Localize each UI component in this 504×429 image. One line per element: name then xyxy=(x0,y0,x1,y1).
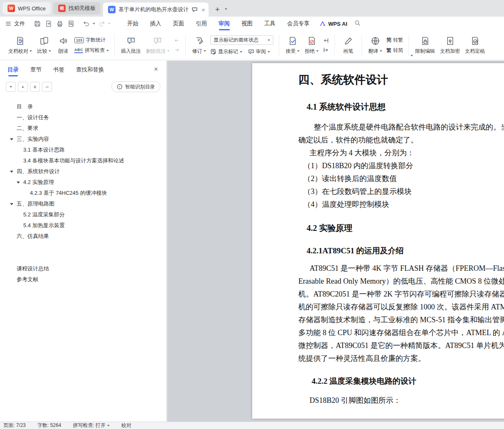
sidebar-tab-contents[interactable]: 目录 xyxy=(7,61,19,79)
menu-tab-review[interactable]: 审阅 xyxy=(213,17,236,31)
toc-item[interactable]: 课程设计总结 xyxy=(0,263,166,274)
previous-change-button[interactable] xyxy=(323,37,329,44)
wps-ai-button[interactable]: WPS AI xyxy=(320,20,347,27)
print-icon xyxy=(56,20,64,27)
toc-item[interactable]: 3.4 各模块基本功能与设计方案选择和论述 xyxy=(0,155,166,166)
ribbon-separator xyxy=(279,34,279,56)
restrict-edit-icon xyxy=(420,36,430,46)
tab-document[interactable]: W 基于单片机的电热开水壶设计 × xyxy=(103,2,209,17)
zoom-out-toc-button[interactable]: − xyxy=(42,82,52,92)
expand-all-button[interactable] xyxy=(18,82,28,92)
print-preview-button[interactable] xyxy=(65,18,76,29)
show-markup-button[interactable]: 显示标记 xyxy=(210,48,242,55)
delete-comment-button[interactable]: 删除批注 xyxy=(143,33,172,58)
spell-check-button[interactable]: ABC 拼写检查 xyxy=(74,47,109,54)
toc-item[interactable]: 5.4 加热显示装置 xyxy=(0,220,166,231)
read-aloud-button[interactable]: 朗读 xyxy=(54,33,73,58)
menu-tab-membership[interactable]: 会员专享 xyxy=(281,17,315,31)
zoom-in-toc-button[interactable]: + xyxy=(30,82,40,92)
proofread-status[interactable]: 校对 xyxy=(121,422,131,429)
toc-item[interactable]: 四、系统软件设计 xyxy=(0,166,166,177)
page-indicator: 页面: 7/23 xyxy=(3,422,26,429)
toc-item[interactable]: 五、原理电路图 xyxy=(0,199,166,209)
smart-toc-button[interactable]: 智能识别目录 xyxy=(111,81,160,92)
save-button[interactable] xyxy=(32,18,43,29)
menu-tab-reference[interactable]: 引用 xyxy=(190,17,213,31)
to-traditional-button[interactable]: 简 转繁 xyxy=(386,37,403,44)
ribbon-tabs: 开始 插入 页面 引用 审阅 视图 工具 会员专享 xyxy=(121,17,315,31)
menu-tab-page[interactable]: 页面 xyxy=(167,17,190,31)
toc-item[interactable]: 3.1 基本设计思路 xyxy=(0,145,166,155)
redo-button[interactable] xyxy=(96,18,107,29)
redo-chevron-icon[interactable] xyxy=(108,23,111,25)
expand-triangle-icon[interactable] xyxy=(17,181,20,184)
spell-check-status[interactable]: 拼写检查: 打开 xyxy=(73,422,110,429)
tab-docer-templates[interactable]: 稻 找稻壳模板 xyxy=(53,2,101,15)
export-button[interactable] xyxy=(43,18,54,29)
encrypt-button[interactable]: 文档加密 xyxy=(438,33,462,58)
search-button[interactable] xyxy=(354,20,361,28)
markup-state-dropdown[interactable]: 显示标记的最终状态 xyxy=(210,35,273,45)
toc-item[interactable]: 目 录 xyxy=(0,101,166,112)
doc-heading-1: 四、系统软件设计 xyxy=(298,72,504,87)
next-comment-button[interactable] xyxy=(174,47,180,53)
finalize-button[interactable]: 文档定稿 xyxy=(462,33,487,58)
toc-item[interactable]: 六、仿真结果 xyxy=(0,231,166,242)
smart-toc-icon xyxy=(117,84,123,90)
menu-tab-tools[interactable]: 工具 xyxy=(258,17,281,31)
toc-item[interactable]: 参考文献 xyxy=(0,274,166,285)
print-preview-icon xyxy=(67,20,75,27)
close-tab-icon[interactable]: × xyxy=(202,7,205,13)
new-tab-button[interactable]: + xyxy=(215,5,220,13)
word-count-label: 字数统计 xyxy=(86,37,106,44)
expand-triangle-icon[interactable] xyxy=(10,203,13,205)
file-menu-button[interactable]: 文件 xyxy=(5,20,25,27)
toc-item[interactable]: 4.2 实验原理 xyxy=(0,177,166,188)
proofread-button[interactable]: 文档校对 xyxy=(6,33,34,58)
document-page[interactable]: 四、系统软件设计 4.1 系统软件设计思想 整个温度系统是硬件电路配合软件电路的… xyxy=(252,63,504,419)
wps-ai-label: WPS AI xyxy=(328,21,347,27)
toc-item[interactable]: 4.2.3 基于 74HC245 的缓冲模块 xyxy=(0,188,166,199)
insert-comment-button[interactable]: 插入批注 xyxy=(118,33,143,58)
proofread-doc-icon xyxy=(15,36,25,46)
track-changes-button[interactable]: 修订 xyxy=(189,33,209,58)
collapse-all-button[interactable] xyxy=(6,82,16,92)
undo-button[interactable] xyxy=(81,18,92,29)
restrict-edit-button[interactable]: 限制编辑 xyxy=(413,33,438,58)
expand-triangle-icon[interactable] xyxy=(10,138,13,140)
previous-comment-button[interactable] xyxy=(174,37,180,44)
word-count-icon: 123 xyxy=(74,37,84,43)
simplified-char-icon: 简 xyxy=(386,37,391,44)
review-pane-button[interactable]: 审阅 xyxy=(248,48,270,55)
word-count-button[interactable]: 123 字数统计 xyxy=(74,37,109,44)
toc-item[interactable]: 5.2 温度采集部分 xyxy=(0,209,166,220)
doc-paragraph-line: 微控制器，AT89C051 是它的一种精简版本。AT89C51 单片机为很多嵌入… xyxy=(298,339,504,352)
tab-wps-office[interactable]: W WPS Office xyxy=(2,2,51,15)
expand-triangle-icon[interactable] xyxy=(10,171,13,173)
menu-tab-view[interactable]: 视图 xyxy=(236,17,258,31)
sidebar-tab-bookmarks[interactable]: 书签 xyxy=(53,61,64,79)
close-sidebar-icon[interactable]: × xyxy=(154,66,158,73)
sidebar-tab-find-replace[interactable]: 查找和替换 xyxy=(76,61,104,79)
undo-chevron-icon[interactable] xyxy=(93,23,95,25)
doc-paragraph-line: 机的可擦除只读存储器可以反复擦除 1000 次。该器件采用 ATMEL 高密度 xyxy=(298,301,504,314)
print-button[interactable] xyxy=(54,18,65,29)
menu-bar: 文件 开始 插入 页面 引用 审阅 视图 工具 会员专享 WPS AI xyxy=(0,17,504,31)
pen-button[interactable]: 画笔 xyxy=(339,33,358,58)
sidebar-tab-chapters[interactable]: 章节 xyxy=(30,61,42,79)
toc-item[interactable]: 一、设计任务 xyxy=(0,112,166,123)
accept-button[interactable]: 接受 xyxy=(283,33,302,58)
ribbon-more-chevron[interactable] xyxy=(411,51,413,58)
review-pane-icon xyxy=(248,49,254,55)
menu-tab-insert[interactable]: 插入 xyxy=(144,17,167,31)
compare-button[interactable]: 比较 xyxy=(34,33,54,58)
toc-item[interactable]: 三、实验内容 xyxy=(0,134,166,145)
menu-tab-home[interactable]: 开始 xyxy=(121,17,144,31)
document-canvas[interactable]: 四、系统软件设计 4.1 系统软件设计思想 整个温度系统是硬件电路配合软件电路的… xyxy=(167,61,504,422)
reject-button[interactable]: 拒绝 xyxy=(302,33,321,58)
toc-item[interactable]: 二、要求 xyxy=(0,123,166,134)
next-change-button[interactable] xyxy=(323,47,329,53)
to-simplified-button[interactable]: 繁 转简 xyxy=(386,47,403,54)
translate-button[interactable]: 翻译 xyxy=(366,33,385,58)
tab-list-chevron-icon[interactable] xyxy=(225,4,227,12)
